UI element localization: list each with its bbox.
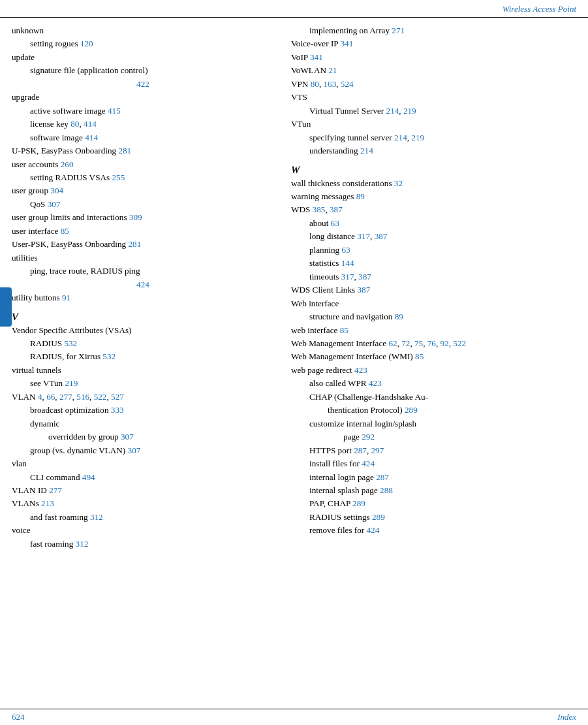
page-link[interactable]: 424 [362, 459, 375, 468]
page-link[interactable]: 532 [64, 338, 77, 348]
index-term: user interface 85 [12, 225, 274, 238]
index-term: Web interface [291, 297, 576, 310]
page-link[interactable]: 85 [340, 325, 348, 335]
page-link[interactable]: 312 [76, 539, 89, 549]
page-link[interactable]: 292 [362, 432, 375, 442]
index-subentry: RADIUS 532 [12, 337, 274, 350]
page-link[interactable]: 21 [328, 65, 337, 75]
page-link[interactable]: 289 [405, 405, 418, 415]
page-link[interactable]: 63 [331, 218, 339, 228]
index-subentry: dynamic [12, 417, 274, 430]
index-subentry: setting rogues 120 [12, 37, 274, 50]
page-link[interactable]: 214 [386, 106, 399, 116]
page-link[interactable]: 89 [356, 191, 365, 201]
page-link[interactable]: 281 [118, 146, 131, 155]
page-link[interactable]: 255 [112, 172, 125, 182]
index-subentry: planning 63 [291, 244, 576, 257]
page-link[interactable]: 522 [94, 392, 107, 402]
page-link[interactable]: 307 [121, 432, 134, 442]
index-subentry-centered: 424 [12, 278, 274, 291]
page-link[interactable]: 91 [62, 293, 70, 302]
page-link[interactable]: 214 [360, 146, 373, 155]
page-link[interactable]: 75 [414, 338, 423, 348]
page-link[interactable]: 494 [82, 472, 95, 482]
page-link[interactable]: 422 [136, 79, 149, 89]
page-link[interactable]: 387 [330, 204, 343, 214]
index-subentry: implementing on Array 271 [291, 24, 576, 37]
page-link[interactable]: 387 [357, 285, 370, 295]
index-subentry: PAP, CHAP 289 [291, 497, 576, 510]
page-link[interactable]: 85 [415, 351, 424, 361]
page-link[interactable]: 85 [61, 226, 69, 236]
page-link[interactable]: 307 [128, 445, 141, 455]
index-subsubentry: overridden by group 307 [12, 430, 274, 443]
page-footer: 624 Index [0, 709, 588, 725]
page-link[interactable]: 317 [357, 231, 370, 241]
page-link[interactable]: 304 [50, 185, 63, 195]
index-subentry: fast roaming 312 [12, 538, 274, 551]
page-link[interactable]: 289 [352, 498, 365, 508]
page-link[interactable]: 72 [401, 338, 410, 348]
page-link[interactable]: 307 [48, 199, 61, 209]
page-link[interactable]: 219 [411, 133, 424, 142]
page-link[interactable]: 92 [441, 338, 449, 348]
page-link[interactable]: 312 [90, 512, 103, 522]
page-link[interactable]: 524 [341, 79, 354, 89]
page-link[interactable]: 522 [453, 338, 466, 348]
page-link[interactable]: 287 [354, 445, 367, 455]
page-link[interactable]: 260 [61, 159, 74, 169]
page-link[interactable]: 333 [111, 405, 124, 415]
page-link[interactable]: 387 [375, 231, 388, 241]
page-link[interactable]: 414 [85, 133, 98, 142]
page-link[interactable]: 424 [136, 280, 149, 289]
page-link[interactable]: 424 [367, 525, 380, 535]
page-link[interactable]: 385 [313, 204, 326, 214]
index-subentry-indent: thentication Protocol) 289 [291, 404, 576, 417]
page-link[interactable]: 423 [354, 365, 367, 375]
page-link[interactable]: 532 [102, 351, 116, 361]
page-link[interactable]: 317 [341, 272, 354, 282]
index-subentry: specifying tunnel server 214, 219 [291, 131, 576, 144]
page-link[interactable]: 309 [129, 212, 142, 222]
index-subentry: CLI command 494 [12, 471, 274, 484]
page-link[interactable]: 63 [341, 245, 350, 255]
page-link[interactable]: 4 [38, 392, 42, 402]
page-link[interactable]: 80 [311, 79, 319, 89]
page-link[interactable]: 527 [111, 392, 124, 402]
page-link[interactable]: 219 [65, 378, 78, 388]
page-link[interactable]: 213 [41, 498, 54, 508]
page-content: unknownsetting rogues 120updatesignature… [0, 18, 588, 551]
page-link[interactable]: 277 [49, 485, 62, 495]
page-link[interactable]: 289 [372, 512, 385, 522]
page-link[interactable]: 120 [80, 39, 93, 48]
index-subentry: statistics 144 [291, 257, 576, 270]
index-term: update [12, 51, 274, 64]
page-link[interactable]: 297 [371, 445, 384, 455]
page-link[interactable]: 163 [323, 79, 336, 89]
page-link[interactable]: 66 [46, 392, 55, 402]
index-subentry: broadcast optimization 333 [12, 404, 274, 417]
index-subentry: ping, trace route, RADIUS ping [12, 265, 274, 278]
page-link[interactable]: 341 [340, 39, 353, 48]
index-term: Web Management Interface (WMI) 85 [291, 350, 576, 363]
page-link[interactable]: 414 [84, 119, 97, 129]
page-link[interactable]: 89 [395, 312, 403, 321]
page-link[interactable]: 281 [129, 239, 142, 249]
page-link[interactable]: 287 [376, 472, 389, 482]
page-link[interactable]: 277 [59, 392, 72, 402]
page-link[interactable]: 80 [70, 119, 79, 129]
page-link[interactable]: 415 [108, 106, 121, 116]
page-link[interactable]: 387 [358, 272, 371, 282]
page-link[interactable]: 214 [394, 133, 407, 142]
index-subentry: customize internal login/splash [291, 417, 576, 430]
page-link[interactable]: 271 [392, 25, 405, 35]
page-link[interactable]: 516 [76, 392, 89, 402]
page-link[interactable]: 341 [310, 52, 323, 62]
page-link[interactable]: 76 [427, 338, 436, 348]
page-link[interactable]: 144 [341, 258, 354, 268]
page-link[interactable]: 423 [369, 378, 382, 388]
page-link[interactable]: 32 [394, 178, 403, 188]
page-link[interactable]: 219 [403, 106, 416, 116]
page-link[interactable]: 288 [380, 485, 393, 495]
page-link[interactable]: 62 [388, 338, 397, 348]
